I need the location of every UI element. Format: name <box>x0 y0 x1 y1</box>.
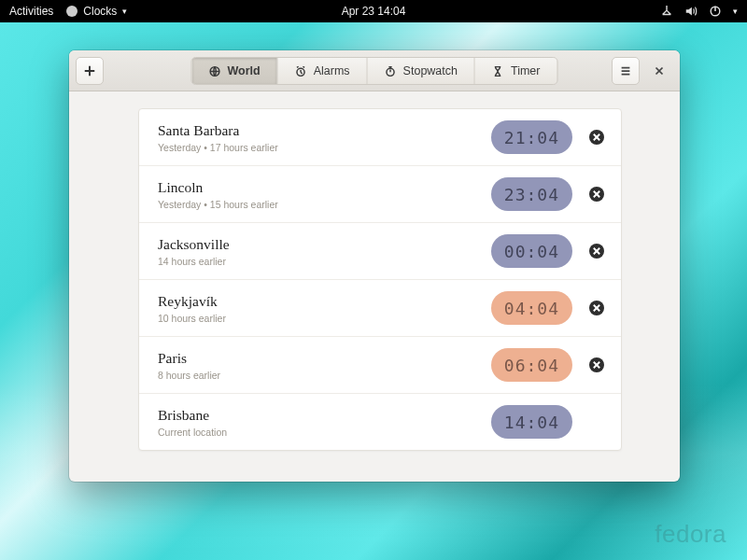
time-offset: Yesterday • 17 hours earlier <box>158 142 491 153</box>
time-pill: 14:04 <box>491 405 572 439</box>
time-pill: 23:04 <box>491 177 572 211</box>
app-menu-icon <box>66 6 78 17</box>
tab-label: Alarms <box>314 64 350 77</box>
city-name: Brisbane <box>158 407 491 424</box>
close-icon <box>593 190 600 198</box>
tab-label: World <box>228 64 261 77</box>
city-name: Jacksonville <box>158 236 491 253</box>
clocks-window: World Alarms Stopwatch Timer <box>69 50 680 482</box>
world-clock-row[interactable]: Jacksonville 14 hours earlier 00:04 <box>139 223 621 280</box>
tab-timer[interactable]: Timer <box>475 58 557 84</box>
activities-button[interactable]: Activities <box>9 5 53 18</box>
city-name: Lincoln <box>158 179 491 196</box>
tab-stopwatch[interactable]: Stopwatch <box>368 58 475 84</box>
tab-alarms[interactable]: Alarms <box>278 58 368 84</box>
svg-line-7 <box>301 72 303 74</box>
time-offset: 14 hours earlier <box>158 256 491 267</box>
header-bar: World Alarms Stopwatch Timer <box>69 50 680 91</box>
time-offset: 8 hours earlier <box>158 370 491 381</box>
delete-button[interactable] <box>589 187 604 202</box>
volume-icon[interactable] <box>684 5 698 18</box>
close-icon <box>593 304 600 312</box>
time-offset: Current location <box>158 427 491 438</box>
content-area: Santa Barbara Yesterday • 17 hours earli… <box>69 91 680 482</box>
network-icon[interactable] <box>660 5 673 18</box>
city-name: Reykjavík <box>158 293 491 310</box>
world-clock-row[interactable]: Paris 8 hours earlier 06:04 <box>139 337 621 394</box>
delete-button[interactable] <box>589 357 604 372</box>
tab-world[interactable]: World <box>192 58 278 84</box>
world-clock-row[interactable]: Lincoln Yesterday • 15 hours earlier 23:… <box>139 166 621 223</box>
alarm-icon <box>295 65 307 77</box>
hourglass-icon <box>492 65 504 77</box>
tab-label: Timer <box>511 64 540 77</box>
app-menu[interactable]: Clocks ▾ <box>66 5 127 18</box>
panel-clock[interactable]: Apr 23 14:04 <box>342 5 406 18</box>
time-offset: 10 hours earlier <box>158 313 491 324</box>
city-name: Paris <box>158 350 491 367</box>
time-pill: 06:04 <box>491 348 572 382</box>
close-icon <box>593 247 600 255</box>
view-switcher: World Alarms Stopwatch Timer <box>191 57 558 85</box>
svg-line-9 <box>303 66 305 67</box>
time-pill: 00:04 <box>491 234 572 268</box>
globe-icon <box>209 65 221 77</box>
close-icon <box>593 133 600 141</box>
gnome-top-panel: Activities Clocks ▾ Apr 23 14:04 ▾ <box>0 0 747 22</box>
fedora-wordmark: fedora <box>655 520 726 549</box>
time-pill: 04:04 <box>491 291 572 325</box>
chevron-down-icon: ▾ <box>122 7 127 16</box>
power-icon[interactable] <box>709 5 722 18</box>
app-menu-label: Clocks <box>83 5 117 18</box>
hamburger-menu-button[interactable] <box>612 57 640 85</box>
time-pill: 21:04 <box>491 120 572 154</box>
stopwatch-icon <box>385 65 397 77</box>
world-clock-list: Santa Barbara Yesterday • 17 hours earli… <box>138 108 622 451</box>
world-clock-row[interactable]: Brisbane Current location 14:04 <box>139 394 621 450</box>
time-offset: Yesterday • 15 hours earlier <box>158 199 491 210</box>
svg-line-8 <box>297 66 299 67</box>
delete-button[interactable] <box>589 130 604 145</box>
close-icon <box>593 361 600 369</box>
city-name: Santa Barbara <box>158 122 491 139</box>
tab-label: Stopwatch <box>403 64 458 77</box>
world-clock-row[interactable]: Santa Barbara Yesterday • 17 hours earli… <box>139 109 621 166</box>
chevron-down-icon: ▾ <box>733 7 738 16</box>
add-button[interactable] <box>76 57 104 85</box>
world-clock-row[interactable]: Reykjavík 10 hours earlier 04:04 <box>139 280 621 337</box>
close-button[interactable] <box>645 57 673 85</box>
delete-button[interactable] <box>589 244 604 259</box>
delete-button[interactable] <box>589 301 604 315</box>
